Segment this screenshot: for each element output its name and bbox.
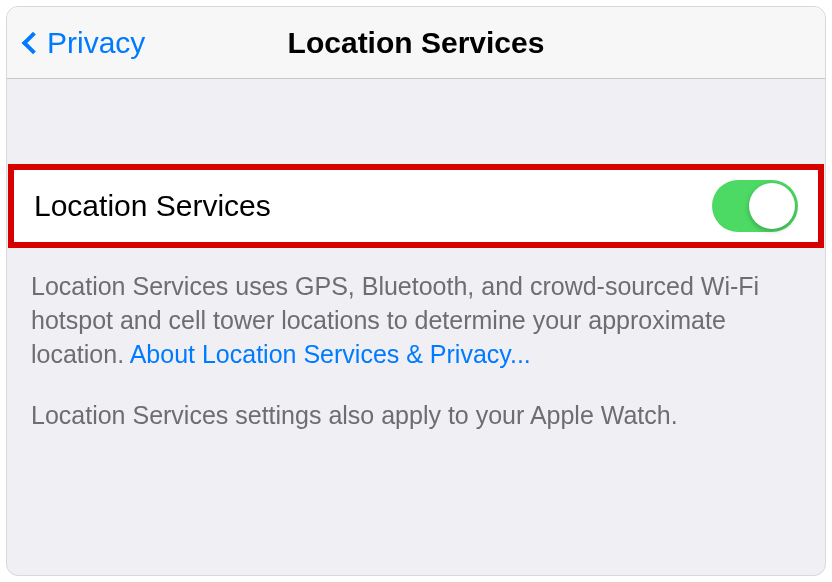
toggle-knob-icon: [749, 183, 795, 229]
highlighted-annotation: Location Services: [8, 164, 824, 248]
apple-watch-note: Location Services settings also apply to…: [31, 399, 801, 433]
about-location-privacy-link[interactable]: About Location Services & Privacy...: [130, 340, 531, 368]
page-title: Location Services: [288, 26, 545, 60]
settings-panel: Privacy Location Services Location Servi…: [6, 6, 826, 576]
location-services-row: Location Services: [14, 170, 818, 242]
back-button[interactable]: Privacy: [25, 26, 145, 60]
location-services-label: Location Services: [34, 189, 271, 223]
location-services-toggle[interactable]: [712, 180, 798, 232]
section-spacer: [7, 79, 825, 164]
description-section: Location Services uses GPS, Bluetooth, a…: [7, 248, 825, 433]
chevron-left-icon: [22, 31, 45, 54]
back-label: Privacy: [47, 26, 145, 60]
description-paragraph: Location Services uses GPS, Bluetooth, a…: [31, 270, 801, 371]
navigation-bar: Privacy Location Services: [7, 7, 825, 79]
